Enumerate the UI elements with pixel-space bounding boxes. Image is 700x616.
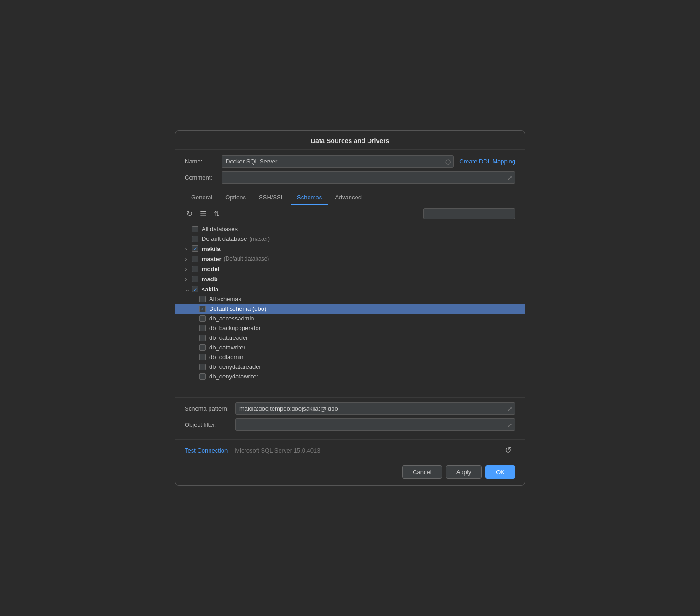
toolbar: ↻ ☰ ⇅ 🔍 [175, 205, 525, 222]
object-filter-input-wrapper: ⤢ [235, 418, 515, 431]
tree-item[interactable]: db_datawriter [175, 343, 525, 352]
tree-item[interactable]: Default database(master) [175, 234, 525, 244]
comment-input[interactable] [222, 171, 515, 184]
tree-expander[interactable]: › [185, 245, 192, 252]
tree-item-label: db_datareader [209, 334, 248, 341]
tree-checkbox[interactable]: ✓ [192, 286, 198, 292]
dialog-title: Data Sources and Drivers [175, 131, 525, 150]
reset-button[interactable]: ↺ [501, 444, 515, 456]
tree-checkbox[interactable] [199, 335, 206, 341]
tab-sshssl[interactable]: SSH/SSL [252, 190, 291, 205]
object-filter-input[interactable] [235, 418, 515, 431]
name-row: Name: ◯ Create DDL Mapping [185, 155, 515, 168]
name-label: Name: [185, 158, 222, 165]
tree-checkbox[interactable] [192, 266, 198, 272]
bottom-form: Schema pattern: ⤢ Object filter: ⤢ [175, 397, 525, 439]
tree-item[interactable]: db_denydatareader [175, 362, 525, 372]
tree-item[interactable]: ›✓makila [175, 244, 525, 254]
server-info: Microsoft SQL Server 15.0.4013 [235, 447, 320, 454]
ok-button[interactable]: OK [485, 465, 515, 479]
schema-pattern-expand-icon: ⤢ [508, 405, 513, 412]
refresh-button[interactable]: ↻ [185, 209, 194, 219]
button-row: Cancel Apply OK [175, 461, 525, 485]
tree-checkbox[interactable] [199, 296, 206, 302]
name-input-wrapper: ◯ [222, 155, 454, 168]
tree-item-label: db_denydatareader [209, 363, 261, 370]
tree-item-sub: (master) [249, 236, 270, 242]
tree-item-label: db_denydatawriter [209, 373, 258, 380]
tree-item[interactable]: ›master(Default database) [175, 254, 525, 264]
tree-item-label: msdb [202, 276, 218, 283]
tree-checkbox[interactable] [192, 276, 198, 282]
expand-button[interactable]: ⇅ [212, 209, 222, 219]
tree-area[interactable]: All databasesDefault database(master)›✓m… [175, 222, 525, 397]
tab-schemas[interactable]: Schemas [291, 190, 328, 205]
tree-checkbox[interactable]: ✓ [199, 306, 206, 312]
tree-item[interactable]: ›model [175, 264, 525, 274]
tab-general[interactable]: General [185, 190, 219, 205]
name-input[interactable] [222, 155, 454, 168]
tree-item-label: All databases [202, 226, 238, 232]
schema-pattern-input[interactable] [235, 402, 515, 415]
create-ddl-link[interactable]: Create DDL Mapping [459, 158, 515, 165]
comment-expand-icon: ⤢ [508, 174, 513, 181]
tree-item-label: db_backupoperator [209, 325, 261, 331]
tree-checkbox[interactable] [192, 256, 198, 262]
tree-checkbox[interactable] [199, 373, 206, 380]
tree-item-label: db_accessadmin [209, 315, 254, 322]
tree-checkbox[interactable] [199, 344, 206, 351]
collapse-all-button[interactable]: ☰ [198, 209, 208, 219]
test-connection-link[interactable]: Test Connection [185, 447, 228, 454]
tree-checkbox[interactable] [192, 226, 198, 232]
tree-item[interactable]: ⌄✓sakila [175, 284, 525, 294]
cancel-button[interactable]: Cancel [402, 465, 442, 479]
tree-item[interactable]: db_denydatawriter [175, 372, 525, 381]
comment-input-wrapper: ⤢ [222, 171, 515, 184]
object-filter-expand-icon: ⤢ [508, 421, 513, 428]
tree-checkbox[interactable] [199, 354, 206, 360]
tree-item-label: sakila [202, 286, 218, 293]
tree-item-sub: (Default database) [224, 256, 269, 262]
tree-item[interactable]: db_datareader [175, 333, 525, 343]
tabs-bar: General Options SSH/SSL Schemas Advanced [175, 190, 525, 205]
tab-advanced[interactable]: Advanced [328, 190, 368, 205]
tree-item-label: Default database [202, 235, 247, 242]
tree-checkbox[interactable] [199, 315, 206, 322]
tree-item[interactable]: db_ddladmin [175, 352, 525, 362]
comment-label: Comment: [185, 174, 222, 181]
object-filter-row: Object filter: ⤢ [185, 418, 515, 431]
search-input[interactable] [423, 208, 515, 219]
search-wrapper: 🔍 [423, 208, 515, 219]
tree-item[interactable]: All schemas [175, 294, 525, 304]
schema-pattern-row: Schema pattern: ⤢ [185, 402, 515, 415]
tree-item[interactable]: All databases [175, 224, 525, 234]
tree-expander[interactable]: › [185, 255, 192, 262]
tree-item-label: makila [202, 245, 220, 252]
tree-item[interactable]: db_backupoperator [175, 323, 525, 333]
tree-item-label: db_datawriter [209, 344, 245, 351]
form-section: Name: ◯ Create DDL Mapping Comment: ⤢ [175, 150, 525, 187]
footer-bar: Test Connection Microsoft SQL Server 15.… [175, 439, 525, 461]
tree-item-label: master [202, 256, 222, 262]
tree-item-label: Default schema (dbo) [209, 305, 266, 312]
tree-item[interactable]: ›msdb [175, 274, 525, 284]
tree-checkbox[interactable] [199, 325, 206, 331]
object-filter-label: Object filter: [185, 421, 235, 428]
tree-checkbox[interactable]: ✓ [192, 245, 198, 252]
tree-item-label: model [202, 266, 219, 273]
schema-pattern-label: Schema pattern: [185, 405, 235, 412]
tree-item-label: db_ddladmin [209, 354, 243, 360]
tab-options[interactable]: Options [219, 190, 252, 205]
name-input-icon: ◯ [445, 158, 451, 164]
apply-button[interactable]: Apply [446, 465, 482, 479]
tree-checkbox[interactable] [192, 236, 198, 242]
dialog: Data Sources and Drivers Name: ◯ Create … [175, 130, 525, 486]
tree-expander[interactable]: › [185, 265, 192, 273]
tree-item[interactable]: db_accessadmin [175, 314, 525, 323]
tree-expander[interactable]: ⌄ [185, 285, 192, 293]
tree-item[interactable]: ✓Default schema (dbo) [175, 304, 525, 314]
schema-pattern-input-wrapper: ⤢ [235, 402, 515, 415]
comment-row: Comment: ⤢ [185, 171, 515, 184]
tree-expander[interactable]: › [185, 275, 192, 283]
tree-checkbox[interactable] [199, 364, 206, 370]
